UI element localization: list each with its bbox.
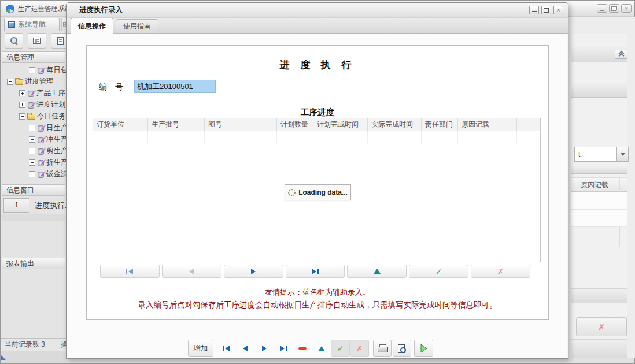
tree-item[interactable]: 剪生产: [2, 145, 66, 157]
pager-first-button[interactable]: [100, 265, 160, 278]
card-icon: [33, 38, 41, 44]
add-button[interactable]: 增加: [188, 340, 213, 357]
expand-icon[interactable]: [19, 90, 25, 96]
tree-item[interactable]: 每日包: [2, 64, 66, 76]
toolbar-delete-button[interactable]: [293, 340, 312, 357]
column-header[interactable]: 计划数量: [277, 118, 313, 131]
pager-up-button[interactable]: [347, 265, 407, 278]
tree-item-label: 日生产: [46, 123, 66, 133]
tree-item-label: 进度计划: [36, 100, 65, 110]
tree-item[interactable]: 折生产: [2, 157, 66, 168]
tab-info-operation[interactable]: 信息操作: [71, 18, 113, 34]
dropdown-arrow-button[interactable]: [616, 147, 629, 162]
tree-item[interactable]: 冲生产: [2, 133, 66, 145]
last-icon: [286, 346, 287, 351]
gear-icon: [37, 170, 45, 178]
pager-next-button[interactable]: [224, 265, 283, 278]
pager-previous-button[interactable]: [162, 265, 221, 278]
preview-button[interactable]: [393, 340, 411, 357]
hint-line-1: 友情提示：蓝色框为辅助录入。: [87, 287, 548, 298]
gear-icon: [37, 147, 45, 155]
expand-icon[interactable]: [19, 102, 25, 108]
collapse-icon[interactable]: [7, 79, 13, 85]
empty-cell: [148, 131, 205, 144]
gear-icon: [27, 90, 35, 97]
close-button[interactable]: ×: [621, 4, 632, 13]
toolbar-previous-button[interactable]: [235, 340, 254, 357]
toolbar-up-button[interactable]: [312, 340, 331, 357]
resize-corner: [1, 355, 6, 360]
nav-tab-label: 系统导航: [18, 20, 46, 29]
column-header[interactable]: 图号: [205, 118, 277, 131]
expand-icon[interactable]: [29, 159, 35, 166]
main-window-controls: ×: [597, 4, 632, 13]
collapse-panel-button[interactable]: [615, 50, 627, 59]
tree-item[interactable]: 产品工序: [2, 87, 66, 99]
column-header[interactable]: 实际完成时间: [368, 118, 422, 131]
expand-icon[interactable]: [29, 67, 35, 73]
hint-line-2: 录入编号后点对勾保存后工序进度会自动根据日生产排序自动生成，只需填写实际完成时间…: [87, 300, 548, 310]
expand-icon[interactable]: [29, 148, 35, 154]
column-header[interactable]: 计划完成时间: [313, 118, 368, 131]
restore-button[interactable]: [609, 4, 619, 13]
tree-item[interactable]: 日生产: [2, 122, 66, 133]
toolbar-confirm-button[interactable]: ✓: [331, 340, 350, 357]
expand-icon[interactable]: [29, 171, 35, 177]
list-divider: [2, 214, 65, 221]
minus-icon: [298, 347, 307, 350]
tree-item[interactable]: 今日任务: [2, 110, 66, 122]
column-header: 原因记载: [581, 181, 608, 189]
minimize-button[interactable]: [597, 4, 607, 13]
expand-icon[interactable]: [29, 125, 35, 131]
dialog-maximize-button[interactable]: [541, 6, 551, 14]
search-button[interactable]: [5, 33, 23, 49]
pager-last-button[interactable]: [286, 265, 345, 278]
toolbar-first-button[interactable]: [216, 340, 235, 357]
toolbar-next-button[interactable]: [254, 340, 274, 357]
toolbar-last-button[interactable]: [274, 340, 293, 357]
dialog-titlebar[interactable]: 进度执行录入 ×: [67, 3, 568, 18]
column-header[interactable]: 责任部门: [422, 118, 458, 131]
column-header[interactable]: 订货单位: [93, 118, 148, 131]
column-header[interactable]: 原因记载: [458, 118, 517, 131]
number-label: 编 号: [99, 82, 126, 92]
dialog-close-button[interactable]: ×: [553, 6, 563, 14]
expand-icon[interactable]: [29, 136, 35, 143]
run-button[interactable]: [414, 340, 433, 357]
collapse-icon[interactable]: [19, 113, 25, 120]
tab-user-guide[interactable]: 使用指南: [116, 19, 158, 33]
pager-cancel-button[interactable]: ✗: [471, 265, 530, 278]
background-cancel-button[interactable]: ✗: [576, 317, 627, 336]
window-list-item[interactable]: 进度执行录: [35, 200, 66, 211]
table-row: [571, 210, 627, 227]
section-report-output[interactable]: 报表输出: [2, 258, 65, 269]
folder-icon: [15, 79, 23, 85]
number-input[interactable]: [134, 80, 216, 93]
tree-item[interactable]: 钣金涂: [2, 168, 66, 180]
first-page-icon: [126, 269, 127, 274]
toolbar-cancel-button[interactable]: ✗: [350, 340, 369, 357]
pager-confirm-button[interactable]: ✓: [409, 265, 468, 278]
section-info-management[interactable]: 信息管理: [2, 51, 65, 63]
card-view-button[interactable]: [28, 33, 46, 49]
background-dropdown[interactable]: t: [574, 147, 617, 162]
column-header[interactable]: [517, 118, 540, 131]
cross-icon: ✗: [356, 344, 363, 352]
empty-cell: [458, 131, 517, 144]
loading-text: Loading data...: [298, 188, 348, 196]
tab-system-navigation[interactable]: 系统导航: [4, 18, 60, 31]
dialog-minimize-button[interactable]: [529, 6, 539, 14]
next-page-icon: [251, 269, 256, 274]
print-button[interactable]: [373, 340, 392, 357]
dialog-tabbar: 信息操作 使用指南: [67, 18, 568, 34]
section-info-window[interactable]: 信息窗口: [2, 184, 65, 196]
tab-partial[interactable]: [61, 18, 66, 31]
table-row: [571, 192, 627, 210]
document-button[interactable]: [51, 33, 66, 49]
column-header[interactable]: 生产批号: [148, 118, 205, 131]
empty-cell: [517, 131, 540, 144]
gear-icon: [37, 159, 45, 166]
tree-item[interactable]: 进度管理: [2, 76, 66, 87]
tree-item[interactable]: 进度计划: [2, 99, 66, 110]
window-list-index[interactable]: 1: [3, 198, 29, 213]
